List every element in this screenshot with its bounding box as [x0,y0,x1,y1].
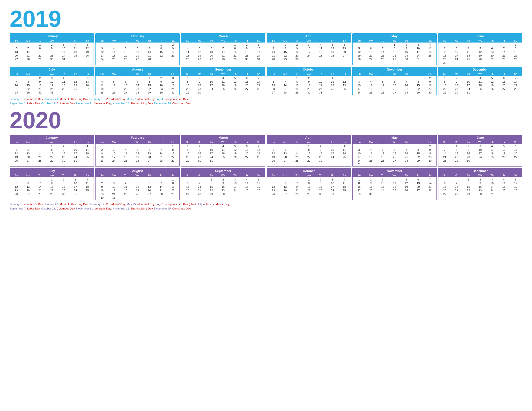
dow-row-feb-2019: SuMoTuWeThFrSa [95,39,179,43]
month-header-jan-2020: January [10,135,94,140]
days-sep-2019: 1234567 891011121314 15161718192021 2223… [181,76,265,95]
year-2019-title: 2019 [10,7,522,30]
days-feb-2020: 1 2345678 9101112131415 16171819202122 2… [95,144,179,163]
days-apr-2020: 1234 567891011 12131415161718 1920212223… [267,144,351,163]
dow-row-may-2020: SuMoTuWeThFrSa [352,140,436,144]
month-header-nov-2020: November [352,168,436,174]
dow-row-jun-2019: SuMoTuWeThFrSa [438,39,522,43]
month-header-feb-2019: February [95,34,179,39]
days-jun-2020: 123456 78910111213 14151617181920 212223… [438,144,522,163]
dow-row-sep-2019: SuMoTuWeThFrSa [181,72,265,76]
dow-row-nov-2020: SuMoTuWeThFrSa [352,174,436,177]
dow-row-may-2019: SuMoTuWeThFrSa [352,39,436,43]
days-jul-2020: 1234 567891011 12131415161718 1920212223… [10,177,94,196]
dow-row-jul-2020: SuMoTuWeThFrSa [10,174,94,177]
days-oct-2020: 1234 567891011 12131415161718 1920212223… [267,177,351,196]
year-2020-title: 2020 [10,109,522,132]
days-feb-2019: 12 3456789 10111213141516 17181920212223… [95,43,179,61]
month-may-2019: May SuMoTuWeThFrSa 1234 567891011 121314… [352,33,437,65]
dow-row-nov-2019: SuMoTuWeThFrSa [352,72,436,76]
dow-row-aug-2019: SuMoTuWeThFrSa [95,72,179,76]
month-october-2019: October SuMoTuWeThFrSa 12345 6789101112 … [267,67,351,95]
month-header-aug-2019: August [95,67,179,72]
days-jun-2019: 1 2345678 9101112131415 16171819202122 2… [438,43,522,65]
days-mar-2020: 1234567 891011121314 15161718192021 2223… [181,144,265,163]
days-jan-2020: 1234 567891011 12131415161718 1920212223… [10,144,94,163]
month-january-2020: January SuMoTuWeThFrSa 1234 567891011 12… [10,135,94,167]
month-april-2020: April SuMoTuWeThFrSa 1234 567891011 1213… [267,135,351,167]
month-header-sep-2019: September [181,67,265,72]
dow-row-feb-2020: SuMoTuWeThFrSa [95,140,179,144]
dow-row-oct-2020: SuMoTuWeThFrSa [267,174,351,177]
month-header-oct-2019: October [267,67,351,72]
month-header-jul-2019: July [10,67,94,72]
days-mar-2019: 123 45678910 11121314151617 181920212223… [181,43,265,61]
dow-row-apr-2019: SuMoTuWeThFrSa [267,39,351,43]
days-aug-2020: 1 2345678 9101112131415 16171819202122 2… [95,177,179,200]
dow-row-jan-2020: SuMoTuWeThFrSa [10,140,94,144]
month-february-2019: February SuMoTuWeThFrSa 12 3456789 10111… [95,33,180,65]
dow-row-jul-2019: SuMoTuWeThFrSa [10,72,94,76]
days-jul-2019: 123456 78910111213 14151617181920 212223… [10,76,94,95]
month-january-2019: January SuMoTuWeThFrSa 12345 6789101112 … [10,33,94,65]
month-february-2020: February SuMoTuWeThFrSa 1 2345678 910111… [95,135,180,167]
month-header-jun-2020: June [438,135,522,140]
dow-row-aug-2020: SuMoTuWeThFrSa [95,174,179,177]
month-may-2020: May SuMoTuWeThFrSa 12 3456789 1011121314… [352,135,437,167]
month-header-mar-2020: March [181,135,265,140]
month-header-jan-2019: January [10,34,94,39]
month-march-2020: March SuMoTuWeThFrSa 1234567 89101112131… [181,135,265,167]
calendar-grid-2019-bottom: July SuMoTuWeThFrSa 123456 78910111213 1… [10,67,522,95]
dow-row-dec-2019: SuMoTuWeThFrSa [438,72,522,76]
month-header-dec-2019: December [438,67,522,72]
days-oct-2019: 12345 6789101112 13141516171819 20212223… [267,76,351,95]
month-august-2020: August SuMoTuWeThFrSa 1 2345678 91011121… [95,168,180,200]
month-september-2020: September SuMoTuWeThFrSa 12345 678910111… [181,168,265,200]
days-aug-2019: 123 45678910 11121314151617 181920212223… [95,76,179,95]
month-november-2020: November SuMoTuWeThFrSa 1234567 89101112… [352,168,437,200]
month-header-dec-2020: December [438,168,522,174]
days-nov-2020: 1234567 891011121314 15161718192021 2223… [352,177,436,196]
calendar-grid-2020-bottom: July SuMoTuWeThFrSa 1234 567891011 12131… [10,168,522,200]
year-2019-section: 2019 January SuMoTuWeThFrSa 12345 678910… [10,7,522,106]
days-dec-2019: 1234567 891011121314 15161718192021 2223… [438,76,522,95]
month-march-2019: March SuMoTuWeThFrSa 123 45678910 111213… [181,33,265,65]
dow-row-sep-2020: SuMoTuWeThFrSa [181,174,265,177]
month-december-2020: December SuMoTuWeThFrSa 12345 6789101112… [438,168,522,200]
month-april-2019: April SuMoTuWeThFrSa 123456 78910111213 … [267,33,351,65]
month-september-2019: September SuMoTuWeThFrSa 1234567 8910111… [181,67,265,95]
month-june-2020: June SuMoTuWeThFrSa 123456 78910111213 1… [438,135,522,167]
month-header-jun-2019: June [438,34,522,39]
dow-row-apr-2020: SuMoTuWeThFrSa [267,140,351,144]
month-july-2020: July SuMoTuWeThFrSa 1234 567891011 12131… [10,168,94,200]
month-header-feb-2020: February [95,135,179,140]
days-jan-2019: 12345 6789101112 13141516171819 20212223… [10,43,94,61]
month-header-nov-2019: November [352,67,436,72]
holidays-2020: January 1: New Year's Day, January 20: M… [10,201,522,211]
month-header-may-2020: May [352,135,436,140]
month-december-2019: December SuMoTuWeThFrSa 1234567 89101112… [438,67,522,95]
days-sep-2020: 12345 6789101112 13141516171819 20212223… [181,177,265,196]
dow-row-dec-2020: SuMoTuWeThFrSa [438,174,522,177]
dow-row-oct-2019: SuMoTuWeThFrSa [267,72,351,76]
month-header-oct-2020: October [267,168,351,174]
calendar-grid-2020-top: January SuMoTuWeThFrSa 1234 567891011 12… [10,135,522,167]
month-header-mar-2019: March [181,34,265,39]
month-header-apr-2020: April [267,135,351,140]
dow-row-jun-2020: SuMoTuWeThFrSa [438,140,522,144]
month-november-2019: November SuMoTuWeThFrSa 12 3456789 10111… [352,67,437,95]
days-may-2020: 12 3456789 10111213141516 17181920212223… [352,144,436,166]
month-august-2019: August SuMoTuWeThFrSa 123 45678910 11121… [95,67,180,95]
dow-row-mar-2019: SuMoTuWeThFrSa [181,39,265,43]
days-dec-2020: 12345 6789101112 13141516171819 20212223… [438,177,522,196]
month-header-may-2019: May [352,34,436,39]
month-header-jul-2020: July [10,168,94,174]
month-header-aug-2020: August [95,168,179,174]
calendar-grid-2019-top: January SuMoTuWeThFrSa 12345 6789101112 … [10,33,522,65]
month-header-sep-2020: September [181,168,265,174]
holidays-2019: January 1: New Year's Day, January 21: M… [10,96,522,106]
dow-row-jan-2019: SuMoTuWeThFrSa [10,39,94,43]
month-june-2019: June SuMoTuWeThFrSa 1 2345678 9101112131… [438,33,522,65]
dow-row-mar-2020: SuMoTuWeThFrSa [181,140,265,144]
days-nov-2019: 12 3456789 10111213141516 17181920212223… [352,76,436,95]
